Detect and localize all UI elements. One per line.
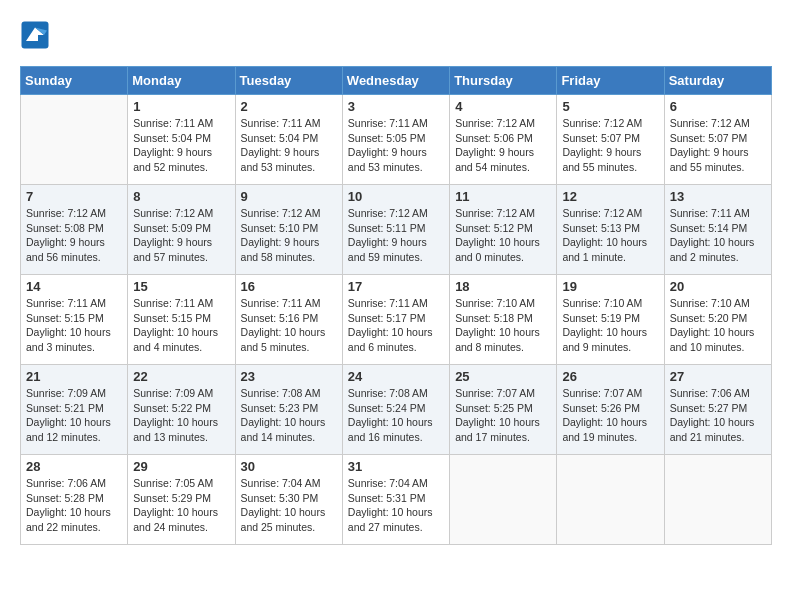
calendar-cell: 29Sunrise: 7:05 AMSunset: 5:29 PMDayligh… [128,455,235,545]
calendar-week-row: 21Sunrise: 7:09 AMSunset: 5:21 PMDayligh… [21,365,772,455]
logo [20,20,54,50]
calendar-cell: 4Sunrise: 7:12 AMSunset: 5:06 PMDaylight… [450,95,557,185]
day-info: Sunrise: 7:04 AMSunset: 5:31 PMDaylight:… [348,476,444,535]
calendar-week-row: 1Sunrise: 7:11 AMSunset: 5:04 PMDaylight… [21,95,772,185]
day-info: Sunrise: 7:09 AMSunset: 5:22 PMDaylight:… [133,386,229,445]
day-number: 16 [241,279,337,294]
calendar-cell: 1Sunrise: 7:11 AMSunset: 5:04 PMDaylight… [128,95,235,185]
calendar-cell: 22Sunrise: 7:09 AMSunset: 5:22 PMDayligh… [128,365,235,455]
day-number: 13 [670,189,766,204]
calendar-cell: 9Sunrise: 7:12 AMSunset: 5:10 PMDaylight… [235,185,342,275]
day-info: Sunrise: 7:07 AMSunset: 5:26 PMDaylight:… [562,386,658,445]
weekday-header-saturday: Saturday [664,67,771,95]
day-number: 9 [241,189,337,204]
calendar-cell: 11Sunrise: 7:12 AMSunset: 5:12 PMDayligh… [450,185,557,275]
day-info: Sunrise: 7:06 AMSunset: 5:28 PMDaylight:… [26,476,122,535]
weekday-header-sunday: Sunday [21,67,128,95]
calendar-cell: 14Sunrise: 7:11 AMSunset: 5:15 PMDayligh… [21,275,128,365]
day-number: 12 [562,189,658,204]
weekday-header-friday: Friday [557,67,664,95]
day-number: 30 [241,459,337,474]
day-info: Sunrise: 7:10 AMSunset: 5:18 PMDaylight:… [455,296,551,355]
calendar-cell [664,455,771,545]
day-number: 20 [670,279,766,294]
weekday-header-row: SundayMondayTuesdayWednesdayThursdayFrid… [21,67,772,95]
day-info: Sunrise: 7:12 AMSunset: 5:13 PMDaylight:… [562,206,658,265]
day-number: 6 [670,99,766,114]
day-number: 15 [133,279,229,294]
calendar-cell: 19Sunrise: 7:10 AMSunset: 5:19 PMDayligh… [557,275,664,365]
calendar-week-row: 14Sunrise: 7:11 AMSunset: 5:15 PMDayligh… [21,275,772,365]
day-number: 27 [670,369,766,384]
day-info: Sunrise: 7:12 AMSunset: 5:07 PMDaylight:… [670,116,766,175]
calendar-cell: 26Sunrise: 7:07 AMSunset: 5:26 PMDayligh… [557,365,664,455]
day-number: 8 [133,189,229,204]
day-number: 4 [455,99,551,114]
day-number: 3 [348,99,444,114]
day-info: Sunrise: 7:11 AMSunset: 5:16 PMDaylight:… [241,296,337,355]
calendar-cell: 15Sunrise: 7:11 AMSunset: 5:15 PMDayligh… [128,275,235,365]
day-info: Sunrise: 7:05 AMSunset: 5:29 PMDaylight:… [133,476,229,535]
calendar-cell: 20Sunrise: 7:10 AMSunset: 5:20 PMDayligh… [664,275,771,365]
day-number: 19 [562,279,658,294]
day-info: Sunrise: 7:11 AMSunset: 5:15 PMDaylight:… [133,296,229,355]
day-number: 5 [562,99,658,114]
page-header [20,20,772,50]
day-info: Sunrise: 7:08 AMSunset: 5:24 PMDaylight:… [348,386,444,445]
day-info: Sunrise: 7:11 AMSunset: 5:15 PMDaylight:… [26,296,122,355]
day-info: Sunrise: 7:09 AMSunset: 5:21 PMDaylight:… [26,386,122,445]
calendar-cell: 10Sunrise: 7:12 AMSunset: 5:11 PMDayligh… [342,185,449,275]
logo-icon [20,20,50,50]
day-info: Sunrise: 7:12 AMSunset: 5:08 PMDaylight:… [26,206,122,265]
day-number: 21 [26,369,122,384]
calendar-cell: 3Sunrise: 7:11 AMSunset: 5:05 PMDaylight… [342,95,449,185]
day-info: Sunrise: 7:12 AMSunset: 5:07 PMDaylight:… [562,116,658,175]
day-info: Sunrise: 7:11 AMSunset: 5:04 PMDaylight:… [241,116,337,175]
calendar-cell [557,455,664,545]
calendar-cell: 17Sunrise: 7:11 AMSunset: 5:17 PMDayligh… [342,275,449,365]
day-number: 25 [455,369,551,384]
calendar-cell: 5Sunrise: 7:12 AMSunset: 5:07 PMDaylight… [557,95,664,185]
calendar-cell: 18Sunrise: 7:10 AMSunset: 5:18 PMDayligh… [450,275,557,365]
calendar-cell: 25Sunrise: 7:07 AMSunset: 5:25 PMDayligh… [450,365,557,455]
calendar-cell [450,455,557,545]
day-number: 7 [26,189,122,204]
day-info: Sunrise: 7:11 AMSunset: 5:17 PMDaylight:… [348,296,444,355]
calendar-cell: 24Sunrise: 7:08 AMSunset: 5:24 PMDayligh… [342,365,449,455]
calendar-cell: 31Sunrise: 7:04 AMSunset: 5:31 PMDayligh… [342,455,449,545]
calendar-cell: 13Sunrise: 7:11 AMSunset: 5:14 PMDayligh… [664,185,771,275]
day-number: 11 [455,189,551,204]
day-info: Sunrise: 7:10 AMSunset: 5:19 PMDaylight:… [562,296,658,355]
day-info: Sunrise: 7:12 AMSunset: 5:06 PMDaylight:… [455,116,551,175]
day-number: 1 [133,99,229,114]
calendar-cell [21,95,128,185]
calendar-week-row: 7Sunrise: 7:12 AMSunset: 5:08 PMDaylight… [21,185,772,275]
day-info: Sunrise: 7:11 AMSunset: 5:14 PMDaylight:… [670,206,766,265]
calendar-cell: 7Sunrise: 7:12 AMSunset: 5:08 PMDaylight… [21,185,128,275]
day-number: 22 [133,369,229,384]
calendar-table: SundayMondayTuesdayWednesdayThursdayFrid… [20,66,772,545]
day-info: Sunrise: 7:11 AMSunset: 5:05 PMDaylight:… [348,116,444,175]
day-number: 2 [241,99,337,114]
weekday-header-thursday: Thursday [450,67,557,95]
day-info: Sunrise: 7:10 AMSunset: 5:20 PMDaylight:… [670,296,766,355]
calendar-cell: 16Sunrise: 7:11 AMSunset: 5:16 PMDayligh… [235,275,342,365]
day-info: Sunrise: 7:08 AMSunset: 5:23 PMDaylight:… [241,386,337,445]
day-info: Sunrise: 7:12 AMSunset: 5:10 PMDaylight:… [241,206,337,265]
day-number: 14 [26,279,122,294]
weekday-header-wednesday: Wednesday [342,67,449,95]
day-number: 18 [455,279,551,294]
day-info: Sunrise: 7:04 AMSunset: 5:30 PMDaylight:… [241,476,337,535]
weekday-header-monday: Monday [128,67,235,95]
calendar-week-row: 28Sunrise: 7:06 AMSunset: 5:28 PMDayligh… [21,455,772,545]
calendar-cell: 23Sunrise: 7:08 AMSunset: 5:23 PMDayligh… [235,365,342,455]
day-number: 31 [348,459,444,474]
day-info: Sunrise: 7:06 AMSunset: 5:27 PMDaylight:… [670,386,766,445]
calendar-cell: 21Sunrise: 7:09 AMSunset: 5:21 PMDayligh… [21,365,128,455]
day-info: Sunrise: 7:07 AMSunset: 5:25 PMDaylight:… [455,386,551,445]
calendar-cell: 28Sunrise: 7:06 AMSunset: 5:28 PMDayligh… [21,455,128,545]
calendar-cell: 12Sunrise: 7:12 AMSunset: 5:13 PMDayligh… [557,185,664,275]
day-info: Sunrise: 7:12 AMSunset: 5:09 PMDaylight:… [133,206,229,265]
day-number: 26 [562,369,658,384]
day-number: 17 [348,279,444,294]
